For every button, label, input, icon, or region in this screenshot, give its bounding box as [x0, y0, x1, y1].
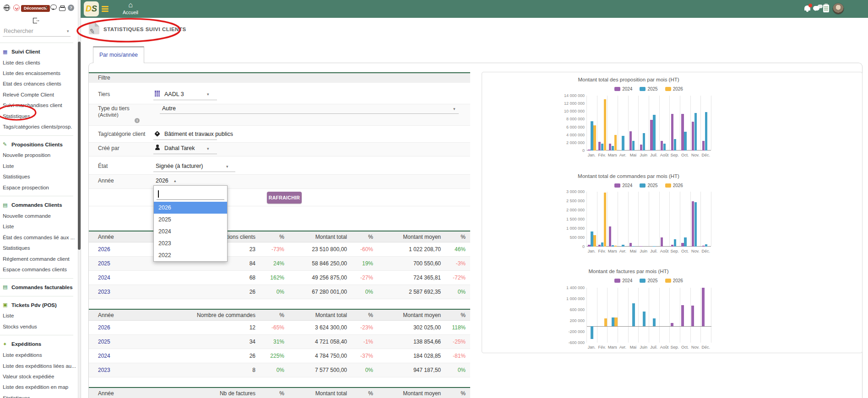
search-input[interactable]: Rechercher [4, 28, 33, 34]
sidebar-item-stocks-vendus[interactable]: Stocks vendus [0, 321, 77, 332]
printer-icon[interactable] [59, 7, 65, 11]
year-link[interactable]: 2025 [89, 339, 148, 345]
year-option-2023[interactable]: 2023 [154, 237, 227, 249]
column-header: Montant moyen [374, 390, 442, 397]
filter-header: Filtre [89, 72, 470, 83]
sidebar-item-liste-des-expedition-en-map[interactable]: Liste des expédition en map [0, 382, 77, 393]
year-link[interactable]: 2026 [89, 324, 148, 331]
search-caret-icon[interactable]: ▾ [67, 29, 69, 33]
grid-column [670, 288, 680, 343]
year-link[interactable]: 2024 [89, 353, 148, 359]
info-icon[interactable]: i [135, 118, 140, 123]
year-link[interactable]: 2025 [89, 260, 148, 267]
legend-item-2026[interactable]: 2026 [665, 86, 683, 91]
year-link[interactable]: 2026 [89, 246, 148, 253]
sidebar-item-statistiques[interactable]: Statistiques [0, 242, 77, 253]
y-tick-label: 200 000 [528, 318, 585, 323]
user-avatar[interactable] [832, 3, 844, 15]
sidebar-item-liste[interactable]: Liste [0, 311, 77, 321]
cree-par-label: Créé par [98, 145, 119, 151]
legend-item-2025[interactable]: 2025 [640, 86, 657, 91]
sidebar-item-releve-compte-client[interactable]: Relevé Compte Client [0, 89, 77, 100]
percent-cell: -60% [348, 246, 374, 253]
status-caret-icon[interactable]: ▾ [45, 5, 48, 10]
sidebar-item-nouvelle-proposition[interactable]: Nouvelle proposition [0, 150, 77, 161]
legend-swatch [665, 87, 671, 91]
sidebar-item-suivi-marchandises-client[interactable]: Suivi marchandises client [0, 100, 77, 111]
bar-2026-Mars [614, 135, 617, 151]
legend-item-2025[interactable]: 2025 [640, 278, 657, 283]
refresh-button[interactable]: RAFRAICHIR [267, 192, 302, 204]
year-link[interactable]: 2023 [89, 289, 148, 295]
grid-column [660, 288, 670, 343]
whatsapp-icon[interactable] [13, 5, 20, 11]
chart-legend: 202420252026 [577, 86, 720, 91]
hamburger-menu-icon[interactable] [102, 6, 108, 12]
sidebar-item-espace-prospection[interactable]: Espace prospection [0, 182, 77, 193]
messages-icon[interactable] [813, 6, 819, 11]
sidebar-item-liste-expeditions[interactable]: Liste expéditions [0, 350, 77, 360]
sidebar-section-expeditions[interactable]: ✦Expéditions [0, 339, 77, 350]
year-option-2026[interactable]: 2026 [154, 202, 227, 214]
sidebar-search[interactable]: Rechercher ▾ [0, 27, 76, 38]
sidebar-item-valeur-stock-expediee[interactable]: Valeur stock expédiée [0, 371, 77, 382]
annee-combobox[interactable]: 2026 [156, 177, 168, 184]
year-option-2025[interactable]: 2025 [154, 214, 227, 226]
help-icon[interactable]: ? [68, 5, 74, 11]
legend-item-2024[interactable]: 2024 [614, 86, 632, 91]
sidebar-scrollbar-thumb[interactable] [78, 42, 81, 250]
sidebar-item-etat-des-commandes-lie-aux[interactable]: État des commandes lié aux ... [0, 232, 77, 242]
grid-column [618, 192, 629, 246]
legend-item-2024[interactable]: 2024 [614, 183, 632, 188]
chat-icon[interactable] [50, 5, 57, 10]
sidebar-item-liste-des-expeditions-liees-au[interactable]: Liste des expéditions liées au... [0, 360, 77, 371]
legend-item-2024[interactable]: 2024 [614, 278, 632, 283]
y-tick-label: 1 400 000 [528, 285, 585, 290]
sidebar-item-statistiques[interactable]: Statistiques [0, 393, 77, 398]
tiers-label: Tiers [98, 91, 110, 97]
app-logo[interactable]: DS [84, 1, 99, 16]
clipboard-icon[interactable] [823, 5, 829, 12]
globe-icon[interactable] [4, 5, 10, 11]
bar-2024-Mars [609, 226, 611, 247]
year-link[interactable]: 2023 [89, 367, 148, 373]
bar-2025-Avr. [622, 136, 624, 151]
sidebar-section-tickets-pdv-pos[interactable]: ▣Tickets Pdv (POS) [0, 300, 77, 311]
sidebar-item-etat-des-creances-clients[interactable]: Etat des créances clients [0, 79, 77, 89]
sidebar-item-liste[interactable]: Liste [0, 221, 77, 232]
sidebar-section-suivi-client[interactable]: ▦Suivi Client [0, 46, 77, 57]
sidebar-item-liste-des-encaissements[interactable]: Liste des encaissements [0, 68, 77, 78]
sidebar-item-reglement-commande-client[interactable]: Réglement commande client [0, 253, 77, 264]
sidebar-section-commandes-facturables[interactable]: ▤Commandes facturables [0, 282, 77, 293]
sidebar-item-statistiques[interactable]: Statistiques [0, 111, 77, 121]
y-tick-label: 1 000 000 [528, 296, 585, 301]
filter-bottom-divider [89, 206, 470, 206]
year-search-input[interactable] [157, 188, 224, 199]
logout-button[interactable]: → [33, 17, 44, 25]
column-header: % [348, 390, 374, 397]
bar-2024-Nov. [691, 306, 694, 326]
sidebar-item-espace-commandes-clients[interactable]: Espace commandes clients [0, 264, 77, 274]
year-option-2022[interactable]: 2022 [154, 249, 227, 261]
legend-item-2026[interactable]: 2026 [665, 183, 683, 188]
sidebar-section-commandes-clients[interactable]: ▤Commandes Clients [0, 199, 77, 210]
legend-item-2026[interactable]: 2026 [665, 278, 683, 283]
grid-column [649, 288, 660, 343]
sidebar-item-liste-des-clients[interactable]: Liste des clients [0, 57, 77, 68]
cell: 49 256 875,00 [285, 274, 348, 281]
sidebar-item-liste[interactable]: Liste [0, 161, 77, 171]
sidebar-item-statistiques[interactable]: Statistiques [0, 172, 77, 182]
annee-caret-up-icon[interactable]: ▴ [174, 178, 176, 183]
legend-item-2025[interactable]: 2025 [640, 183, 657, 188]
year-link[interactable]: 2024 [89, 274, 148, 281]
year-option-2024[interactable]: 2024 [154, 226, 227, 237]
bar-2024-Nov. [692, 201, 694, 247]
bar-2025-Mai [632, 303, 635, 326]
sidebar-section-propositions-clients[interactable]: ✎Propositions Clients [0, 139, 77, 150]
sidebar-item-nouvelle-commande[interactable]: Nouvelle commande [0, 210, 77, 221]
sidebar-item-tags-categories-clients-prosp[interactable]: Tags/catégories clients/prosp. [0, 121, 77, 132]
cell: 138 854,66 [374, 339, 442, 345]
topbar-tab-accueil[interactable]: ⌂ Accueil [121, 1, 140, 18]
filter-divider [89, 104, 470, 104]
tab-par-mois-annee[interactable]: Par mois/année [93, 47, 144, 63]
